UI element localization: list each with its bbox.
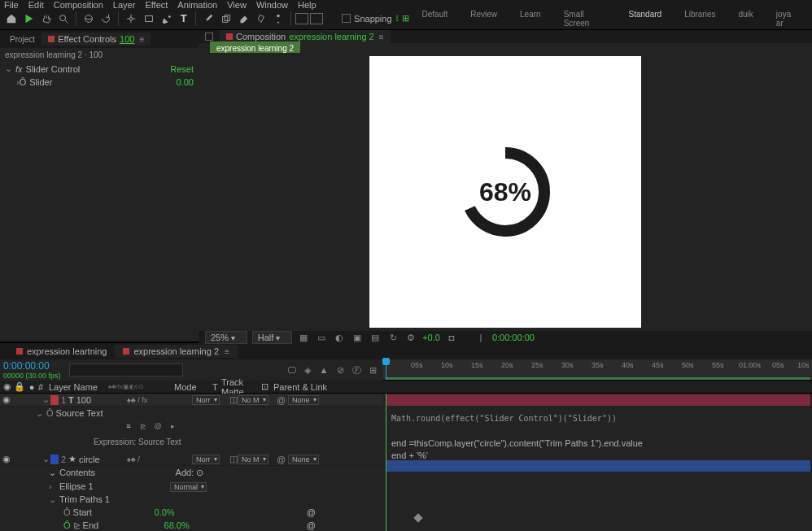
parent-select[interactable]: None: [288, 455, 319, 464]
project-tab[interactable]: Project: [3, 33, 41, 46]
current-time[interactable]: 0:00:00:00: [492, 333, 535, 342]
end-value[interactable]: 68.0%: [164, 520, 190, 530]
menu-item[interactable]: Effect: [145, 0, 168, 7]
preserve-trans-toggle[interactable]: ◫: [229, 394, 238, 405]
expression-code[interactable]: Math.round(effect("Slider Control")("Sli…: [386, 411, 810, 426]
expression-graph-icon[interactable]: ⊵: [138, 421, 148, 431]
pickwhip-icon[interactable]: @: [307, 507, 316, 517]
twirl-icon[interactable]: ›: [49, 481, 57, 491]
layer-color[interactable]: [50, 395, 59, 405]
puppet-tool-icon[interactable]: [271, 11, 287, 27]
workspace-tab[interactable]: duik: [727, 7, 764, 31]
menu-item[interactable]: File: [4, 0, 19, 7]
workspace-tab[interactable]: Default: [411, 7, 460, 31]
preserve-trans-toggle[interactable]: ◫: [229, 454, 238, 464]
fill-swatch[interactable]: [295, 13, 308, 24]
layer-color[interactable]: [50, 455, 59, 464]
text-tool-icon[interactable]: T: [176, 11, 192, 27]
stopwatch-icon[interactable]: Ô: [63, 507, 71, 517]
composition-viewer[interactable]: 68%: [199, 53, 812, 331]
menu-item[interactable]: Help: [298, 0, 317, 7]
panel-menu-icon[interactable]: ≡: [225, 347, 229, 356]
expression-code[interactable]: end =thisComp.layer("circle").content("T…: [386, 436, 810, 464]
visibility-toggle[interactable]: ◉: [2, 394, 11, 405]
reset-exp-icon[interactable]: ↻: [386, 331, 399, 344]
workspace-tab[interactable]: Libraries: [673, 7, 727, 31]
stopwatch-icon[interactable]: Ô: [20, 77, 27, 87]
twirl-icon[interactable]: ⌄: [42, 454, 50, 464]
reset-button[interactable]: Reset: [170, 64, 194, 74]
twirl-icon[interactable]: ⌄: [36, 408, 44, 419]
play-icon[interactable]: [21, 11, 37, 27]
timecode[interactable]: 0:00:00:00: [3, 360, 61, 372]
mask-icon[interactable]: ▭: [315, 331, 328, 344]
workspace-tab[interactable]: Small Screen: [552, 7, 618, 31]
search-input[interactable]: [69, 363, 183, 376]
toggle-icon[interactable]: ◐: [333, 331, 346, 344]
layer-bar[interactable]: [386, 460, 810, 472]
shape-group-row[interactable]: › Ellipse 1 Normal: [0, 480, 382, 493]
menu-item[interactable]: Edit: [28, 0, 44, 7]
effect-controls-tab[interactable]: Effect Controls 100 ≡: [41, 33, 151, 46]
channel-icon[interactable]: ▤: [369, 331, 382, 344]
add-menu-icon[interactable]: ⊙: [196, 468, 203, 477]
tl-btn-icon[interactable]: ◈: [301, 363, 314, 376]
start-value[interactable]: 0.0%: [155, 507, 175, 517]
orbit-tool-icon[interactable]: [81, 11, 97, 27]
anchor-tool-icon[interactable]: [123, 11, 139, 27]
mode-select[interactable]: Norr: [192, 395, 220, 405]
checkbox-icon[interactable]: [342, 14, 351, 23]
tl-btn-icon[interactable]: Ⓕ: [350, 363, 363, 376]
tl-btn-icon[interactable]: 🖵: [285, 363, 298, 376]
rect-tool-icon[interactable]: [141, 11, 157, 27]
pickwhip-icon[interactable]: @: [307, 520, 316, 530]
clone-tool-icon[interactable]: [218, 11, 234, 27]
property-row[interactable]: ⌄ Ô Source Text: [0, 407, 382, 420]
tl-btn-icon[interactable]: ⊘: [334, 363, 347, 376]
twirl-icon[interactable]: ⌄: [42, 394, 50, 405]
exposure-value[interactable]: +0.0: [422, 333, 440, 342]
menu-item[interactable]: Animation: [177, 0, 217, 7]
trkmat-select[interactable]: No M: [238, 455, 268, 464]
contents-row[interactable]: ⌄ Contents Add: ⊙: [0, 466, 382, 480]
trim-paths-row[interactable]: ⌄ Trim Paths 1: [0, 493, 382, 506]
blend-select[interactable]: Normal: [170, 482, 207, 492]
zoom-tool-icon[interactable]: [56, 11, 72, 27]
layer-row[interactable]: ◉ ⌄ 1 T100 ♠♣ / fx Norr ◫ No M @ None: [0, 394, 382, 407]
pen-tool-icon[interactable]: [158, 11, 174, 27]
pickwhip-icon[interactable]: @: [277, 395, 288, 405]
workspace-tab[interactable]: joya ar: [765, 7, 809, 31]
keyframe-icon[interactable]: [413, 513, 422, 522]
property-row[interactable]: Ô ⊵ End 68.0% @: [0, 519, 382, 531]
grid-icon[interactable]: ▦: [297, 331, 310, 344]
fx-icon[interactable]: fx: [15, 64, 23, 74]
gear-icon[interactable]: ⚙: [404, 331, 417, 344]
trkmat-select[interactable]: No M: [238, 395, 268, 405]
stopwatch-icon[interactable]: Ô: [63, 520, 71, 530]
fx-effect-row[interactable]: ⌄ fx Slider Control Reset: [0, 62, 199, 76]
panel-menu-icon[interactable]: ≡: [139, 35, 144, 44]
resolution-select[interactable]: Half ▾: [252, 331, 292, 344]
property-row[interactable]: Ô Start 0.0% @: [0, 506, 382, 519]
expression-enable-icon[interactable]: ≡: [124, 421, 133, 431]
hand-tool-icon[interactable]: [38, 11, 55, 27]
pickwhip-icon[interactable]: @: [277, 455, 288, 464]
eraser-tool-icon[interactable]: [236, 11, 252, 27]
playhead[interactable]: [386, 359, 386, 380]
layer-row[interactable]: ◉ ⌄ 2 ★circle ♠♣ / Norr ◫ No M @ None: [0, 453, 382, 466]
mode-select[interactable]: Norr: [192, 455, 220, 464]
twirl-icon[interactable]: ⌄: [49, 494, 57, 505]
stroke-swatch[interactable]: [310, 13, 323, 24]
snap-opt-icon[interactable]: ⊞: [402, 13, 409, 24]
twirl-icon[interactable]: ⌄: [49, 468, 56, 478]
layer-bar[interactable]: [386, 394, 810, 406]
slider-value[interactable]: 0.00: [177, 77, 194, 87]
snapping-toggle[interactable]: Snapping ⟟ ⊞: [342, 13, 409, 24]
tl-btn-icon[interactable]: ⊞: [366, 363, 379, 376]
expression-language-icon[interactable]: ▸: [168, 421, 177, 431]
panel-menu-icon[interactable]: ≡: [379, 33, 384, 41]
region-icon[interactable]: ▣: [351, 331, 364, 344]
camera-icon[interactable]: ◘: [445, 331, 458, 344]
visibility-toggle[interactable]: ◉: [2, 454, 11, 464]
stopwatch-icon[interactable]: Ô: [46, 408, 54, 418]
